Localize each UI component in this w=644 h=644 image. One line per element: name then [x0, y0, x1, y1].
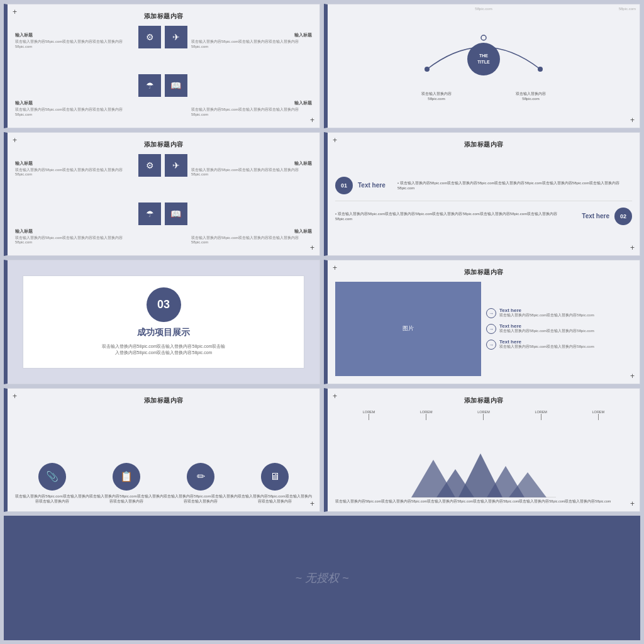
slide3-bot-right: 输入标题 双击输入替换内容58pic.com双击输入替换内容双击输入替换内容58… [191, 228, 312, 250]
icon3-gear: ⚙ [138, 154, 161, 177]
slide1-top-right: 输入标题 双击输入替换内容58pic.com双击输入替换内容双击输入替换内容58… [191, 26, 312, 50]
slide7-icons: 📎 双击输入替换内容58pic.com双击输入替换内容双击输入替换内容 📋 双击… [15, 410, 312, 504]
icon-plane: ✈ [165, 26, 187, 48]
slide8-title: 添加标题内容 [335, 396, 632, 405]
icon-col-3: ✏ 双击输入替换内容58pic.com双击输入替换内容双击输入替换内容 [164, 463, 238, 504]
slide3-right-col: 输入标题 双击输入替换内容58pic.com双击输入替换内容双击输入替换内容58… [191, 154, 312, 250]
slide1-icon-grid: ⚙ ✈ ☂ 📖 [138, 26, 189, 121]
icon-desc-4: 双击输入替换内容58pic.com双击输入替换内容双击输入替换内容 [238, 494, 312, 504]
slide3-top-right: 输入标题 双击输入替换内容58pic.com双击输入替换内容双击输入替换内容58… [191, 154, 312, 178]
tick-lines-row [335, 414, 632, 420]
slide1-left-col: 输入标题 双击输入替换内容58pic.com双击输入替换内容双击输入替换内容58… [15, 26, 136, 121]
slide3-title: 添加标题内容 [15, 140, 312, 149]
slide5-desc: 双击输入替换内容58pic.com双击输入替换内容58pic.com双击输入替换… [101, 343, 226, 357]
slide6-item1-text: Text here 双击输入替换内容58pic.com双击输入替换内容58pic… [499, 308, 632, 318]
icon3-book: 📖 [165, 203, 187, 225]
tick-3 [483, 414, 484, 420]
slide3-top-left: 输入标题 双击输入替换内容58pic.com双击输入替换内容双击输入替换内容58… [15, 154, 136, 178]
slide6-layout: 图片 → Text here 双击输入替换内容58pic.com双击输入替换内容… [335, 282, 632, 376]
desc3-tr: 双击输入替换内容58pic.com双击输入替换内容双击输入替换内容58pic.c… [191, 168, 312, 178]
desc-tl: 双击输入替换内容58pic.com双击输入替换内容双击输入替换内容58pic.c… [15, 40, 136, 50]
slide-big-number: 03 成功项目展示 双击输入替换内容58pic.com双击输入替换内容58pic… [4, 260, 320, 384]
label3-tl: 输入标题 [15, 160, 136, 167]
slide7-title: 添加标题内容 [15, 396, 312, 405]
desc3-bl: 双击输入替换内容58pic.com双击输入替换内容双击输入替换内容58pic.c… [15, 236, 136, 246]
slide1-bot-right: 输入标题 双击输入替换内容58pic.com双击输入替换内容双击输入替换内容58… [191, 100, 312, 121]
arrow-icon-1: → [486, 308, 496, 318]
slide6-item1: → Text here 双击输入替换内容58pic.com双击输入替换内容58p… [486, 308, 632, 318]
watermark-text: ~ 无授权 ~ [295, 570, 348, 586]
tick-4 [541, 414, 541, 420]
slide6-item3: → Text here 双击输入替换内容58pic.com双击输入替换内容58p… [486, 339, 632, 350]
plus-icon-br: + [310, 244, 314, 252]
label-br: 输入标题 [294, 100, 312, 106]
label3-br: 输入标题 [294, 228, 312, 235]
desc4-row2: 双击输入替换内容58pic.com双击输入替换内容58pic.com双击输入替换… [335, 211, 570, 222]
desc-br: 双击输入替换内容58pic.com双击输入替换内容双击输入替换内容58pic.c… [191, 108, 312, 118]
arch-diagram: THE TITLE 双击输入替换内容58pic.com 双击输入替换内容58pi… [414, 31, 553, 101]
slide5-main-title: 成功项目展示 [137, 327, 190, 338]
slide6-items: → Text here 双击输入替换内容58pic.com双击输入替换内容58p… [486, 308, 632, 350]
icon-umbrella: ☂ [138, 74, 161, 97]
plus-icon-br: + [310, 500, 314, 508]
arch-left-desc: 双击输入替换内容58pic.com [414, 91, 458, 101]
plus-icon-tl: + [13, 136, 17, 144]
slide6-item2-text: Text here 双击输入替换内容58pic.com双击输入替换内容58pic… [499, 323, 632, 334]
plus-icon-br: + [310, 116, 314, 124]
icon3-umbrella: ☂ [138, 203, 161, 225]
watermark2: 58pic.com [475, 7, 492, 11]
slide4-rows: 01 Text here 双击输入替换内容58pic.com双击输入替换内容58… [335, 154, 632, 248]
num-circle-2: 02 [614, 208, 632, 225]
slide-bottom-bar: ~ 无授权 ~ [4, 516, 640, 640]
svg-point-2 [538, 67, 543, 72]
icon-gear: ⚙ [138, 26, 161, 48]
slide1-right-col: 输入标题 双击输入替换内容58pic.com双击输入替换内容双击输入替换内容58… [191, 26, 312, 121]
desc-tr: 双击输入替换内容58pic.com双击输入替换内容双击输入替换内容58pic.c… [191, 40, 312, 50]
label-bl: 输入标题 [15, 100, 136, 106]
item1-desc: 双击输入替换内容58pic.com双击输入替换内容58pic.com [499, 313, 632, 318]
slide4-row2: 02 Text here 双击输入替换内容58pic.com双击输入替换内容58… [335, 208, 632, 225]
plus-icon-tl: + [13, 392, 17, 400]
svg-point-1 [481, 35, 486, 40]
icon-col-1: 📎 双击输入替换内容58pic.com双击输入替换内容双击输入替换内容 [15, 463, 89, 504]
slide1-title: 添加标题内容 [15, 12, 312, 21]
round-icon-1: 📎 [38, 463, 66, 491]
round-icon-2: 📋 [113, 463, 140, 491]
tick-5 [598, 414, 599, 420]
icon-col-2: 📋 双击输入替换内容58pic.com双击输入替换内容双击输入替换内容 [89, 463, 164, 504]
plus-icon-tl: + [333, 392, 337, 400]
round-icon-3: ✏ [187, 463, 214, 491]
slide3-layout: 输入标题 双击输入替换内容58pic.com双击输入替换内容双击输入替换内容58… [15, 154, 312, 250]
item2-desc: 双击输入替换内容58pic.com双击输入替换内容58pic.com [499, 329, 632, 334]
icon-desc-2: 双击输入替换内容58pic.com双击输入替换内容双击输入替换内容 [89, 494, 164, 504]
label-tr: 输入标题 [294, 32, 312, 38]
text-here-2: Text here [575, 213, 609, 219]
slide-image-bullets: + + 添加标题内容 图片 → Text here 双击输入替换内容58pic.… [324, 260, 640, 384]
big-num-circle: 03 [147, 287, 181, 322]
icon-col-4: 🖥 双击输入替换内容58pic.com双击输入替换内容双击输入替换内容 [238, 463, 312, 504]
slide8-desc: 双击输入替换内容58pic.com双击输入替换内容58pic.com双击输入替换… [335, 499, 632, 504]
icon3-plane: ✈ [165, 154, 187, 177]
divider [335, 201, 632, 201]
slide3-left-col: 输入标题 双击输入替换内容58pic.com双击输入替换内容双击输入替换内容58… [15, 154, 136, 250]
icon-desc-1: 双击输入替换内容58pic.com双击输入替换内容双击输入替换内容 [15, 494, 89, 504]
slide-arch: 58pic.com 58pic.com + THE TITLE 双击输入替换内容… [324, 4, 640, 128]
icon-desc-3: 双击输入替换内容58pic.com双击输入替换内容双击输入替换内容 [164, 494, 238, 504]
label3-bl: 输入标题 [15, 228, 136, 235]
slide-number-list: + + 添加标题内容 01 Text here 双击输入替换内容58pic.co… [324, 132, 640, 257]
round-icon-4: 🖥 [261, 463, 289, 491]
num-circle-1: 01 [335, 177, 353, 194]
label-tl: 输入标题 [15, 32, 136, 38]
item3-desc: 双击输入替换内容58pic.com双击输入替换内容58pic.com [499, 345, 632, 350]
arrow-icon-3: → [486, 340, 496, 350]
icon-book: 📖 [165, 74, 187, 97]
tick-1 [369, 414, 369, 420]
plus-icon-tl: + [333, 136, 337, 144]
desc4-row1: 双击输入替换内容58pic.com双击输入替换内容58pic.com双击输入替换… [397, 180, 632, 191]
slide1-layout: 输入标题 双击输入替换内容58pic.com双击输入替换内容双击输入替换内容58… [15, 26, 312, 121]
slide1-bot-left: 输入标题 双击输入替换内容58pic.com双击输入替换内容双击输入替换内容58… [15, 100, 136, 121]
mountain-area [335, 420, 632, 497]
slide6-item2: → Text here 双击输入替换内容58pic.com双击输入替换内容58p… [486, 323, 632, 334]
plus-icon-br: + [630, 372, 635, 380]
mountain-svg [335, 447, 632, 497]
